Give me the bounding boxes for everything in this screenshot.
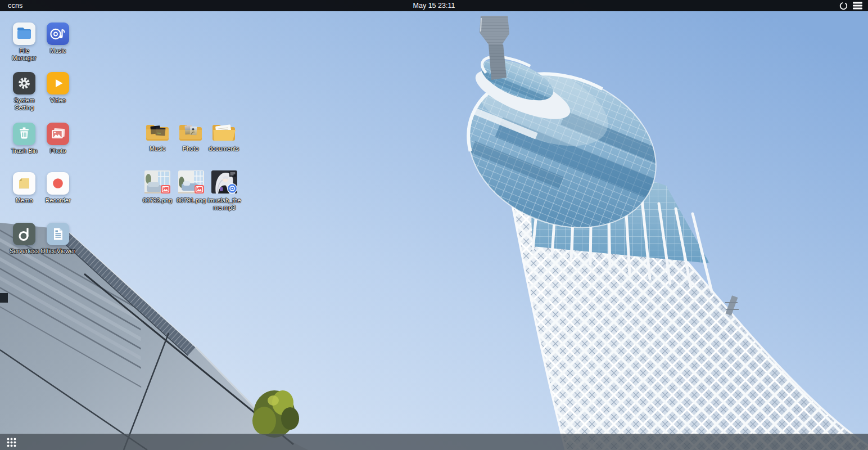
icon-label: Recorder [45,197,70,204]
desktop-folder-music[interactable]: Music [139,122,175,152]
desktop-icon-serverless[interactable]: Serverless [6,223,42,255]
app-launcher-button[interactable] [3,434,20,450]
memo-note-icon [13,172,35,195]
top-bar: ccns May 15 23:11 [0,0,868,11]
desktop-icon-system-setting[interactable]: System Setting [6,72,42,111]
desktop-folder-documents[interactable]: documents [206,122,242,152]
icon-label: 00791.png [177,197,206,204]
audio-thumbnail [210,170,239,196]
clock-label: May 15 23:11 [0,2,868,10]
file-manager-icon [13,22,35,45]
icon-label: documents [209,145,239,152]
sigma-icon [13,223,35,245]
desktop-icon-trash-bin[interactable]: Trash Bin [6,123,42,155]
image-badge [195,185,204,194]
desktop-icon-file-manager[interactable]: File Manager [6,22,42,62]
image-badge [161,185,170,194]
icon-label: Video [50,97,66,104]
hostname-label: ccns [0,2,23,10]
icon-label: Music [150,145,166,152]
desktop-folder-photo[interactable]: Photo [173,122,209,152]
icon-label: Music [50,47,66,55]
audio-badge [228,184,237,194]
gear-icon [13,72,35,94]
icon-label: File Manager [7,47,42,62]
icon-label: Trash Bin [11,147,38,155]
desktop-icon-music[interactable]: Music [40,22,76,55]
desktop-icon-photo[interactable]: Photo [40,123,76,155]
desktop-surface[interactable] [0,0,868,450]
desktop-icon-office-viewer[interactable]: OfficeViewer [40,223,76,255]
desktop-icon-recorder[interactable]: Recorder [40,172,76,204]
image-thumbnail [177,170,206,196]
icon-label: 00792.png [143,197,172,204]
desktop-icon-video[interactable]: Video [40,72,76,104]
desktop-root: { "topbar": { "hostname": "ccns", "clock… [0,0,868,450]
dock [0,434,868,450]
trash-icon [13,123,35,145]
record-dot-icon [47,172,69,195]
icon-label: Photo [50,147,66,155]
icon-label: imuslab_theme.mp3 [207,197,242,212]
desktop-icon-memo[interactable]: Memo [6,172,42,204]
icon-label: OfficeViewer [40,248,75,255]
loading-spinner-icon[interactable] [839,2,848,10]
folder-music-icon [144,122,171,144]
icon-label: System Setting [7,97,42,111]
folder-photo-icon [177,122,204,144]
menu-icon[interactable] [853,2,862,10]
play-icon [47,72,69,94]
wallpaper-image [0,0,868,450]
icon-label: Memo [16,197,33,204]
desktop-file-imuslab-theme[interactable]: imuslab_theme.mp3 [206,170,242,212]
document-icon [47,223,69,245]
folder-documents-icon [210,122,237,144]
icon-label: Serverless [10,248,39,255]
icon-label: Photo [183,145,199,152]
music-app-icon [47,22,69,45]
desktop-file-00791[interactable]: 00791.png [173,170,209,204]
desktop-file-00792[interactable]: 00792.png [139,170,175,204]
image-thumbnail [143,170,172,196]
photo-icon [47,123,69,145]
app-grid-icon [6,437,17,448]
